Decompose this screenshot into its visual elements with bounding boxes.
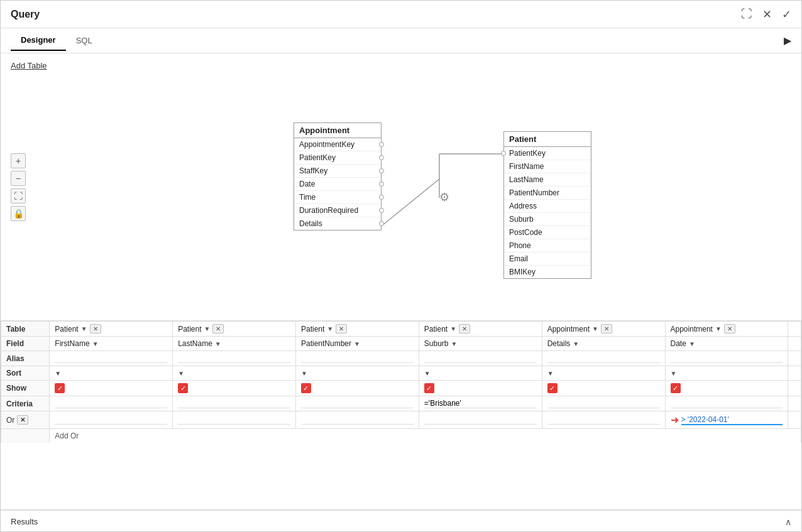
window-title: Query — [11, 9, 40, 20]
table-dropdown-5[interactable]: ▼ — [592, 325, 598, 332]
add-table-link[interactable]: Add Table — [11, 61, 47, 70]
sort-label: Sort — [1, 366, 50, 381]
title-bar: Query ⛶ ✕ ✓ — [1, 1, 801, 28]
sort-dropdown-5[interactable]: ▼ — [547, 370, 554, 377]
table-dropdown-3[interactable]: ▼ — [327, 325, 333, 332]
add-or-row: Add Or — [1, 429, 801, 443]
or-input-1[interactable] — [55, 415, 167, 425]
table-dropdown-4[interactable]: ▼ — [450, 325, 456, 332]
table-row: Table Patient ▼ ✕ Patient ▼ ✕ — [1, 322, 801, 337]
table-cell-1: Patient ▼ ✕ — [50, 322, 173, 337]
table-remove-4[interactable]: ✕ — [459, 324, 470, 334]
field-dropdown-4[interactable]: ▼ — [451, 340, 458, 347]
alias-input-5[interactable] — [547, 354, 660, 363]
or-label: Or — [6, 416, 14, 425]
table-dropdown-6[interactable]: ▼ — [715, 325, 722, 332]
connection-lines — [1, 53, 801, 320]
field-dot — [379, 142, 384, 147]
field-dropdown-1[interactable]: ▼ — [92, 340, 99, 347]
or-input-6[interactable] — [681, 415, 783, 425]
sort-dropdown-1[interactable]: ▼ — [55, 370, 61, 377]
field-patientkey-p: PatientKey — [504, 147, 591, 160]
field-dropdown-2[interactable]: ▼ — [215, 340, 221, 347]
alias-input-6[interactable] — [671, 354, 783, 363]
show-checkbox-3[interactable]: ✓ — [301, 383, 311, 393]
table-remove-2[interactable]: ✕ — [212, 324, 224, 334]
field-dropdown-5[interactable]: ▼ — [573, 340, 579, 347]
field-dropdown-6[interactable]: ▼ — [689, 340, 695, 347]
alias-input-3[interactable] — [301, 354, 414, 363]
join-gear-icon[interactable]: ⚙ — [439, 190, 449, 204]
alias-input-4[interactable] — [424, 354, 537, 363]
criteria-input-6[interactable] — [671, 399, 783, 408]
table-remove-5[interactable]: ✕ — [601, 324, 612, 334]
or-remove-button[interactable]: ✕ — [17, 415, 28, 425]
appointment-table: Appointment AppointmentKey PatientKey St… — [294, 122, 382, 231]
field-address: Address — [504, 200, 591, 213]
zoom-out-button[interactable]: − — [11, 171, 26, 186]
sort-dropdown-3[interactable]: ▼ — [301, 370, 307, 377]
show-row: Show ✓ ✓ ✓ ✓ ✓ ✓ — [1, 381, 801, 396]
field-dot — [379, 195, 384, 200]
zoom-fit-button[interactable]: ⛶ — [11, 188, 26, 204]
sort-dropdown-6[interactable]: ▼ — [671, 370, 677, 377]
field-dot — [379, 208, 384, 213]
zoom-lock-button[interactable]: 🔒 — [11, 206, 26, 221]
table-remove-3[interactable]: ✕ — [336, 324, 347, 334]
results-bar[interactable]: Results ∧ — [1, 510, 801, 532]
alias-input-2[interactable] — [178, 354, 290, 363]
canvas-area: Add Table + − ⛶ 🔒 ⚙ Appointment Appointm… — [1, 53, 801, 322]
field-dot — [379, 221, 384, 226]
field-value-4: Suburb — [424, 339, 449, 348]
content-area: Add Table + − ⛶ 🔒 ⚙ Appointment Appointm… — [1, 53, 801, 532]
table-value-4: Patient — [424, 325, 448, 334]
field-value-2: LastName — [178, 339, 212, 348]
sort-dropdown-4[interactable]: ▼ — [424, 370, 431, 377]
show-label: Show — [1, 381, 50, 396]
or-input-2[interactable] — [178, 415, 290, 425]
criteria-input-5[interactable] — [547, 399, 660, 408]
show-checkbox-4[interactable]: ✓ — [424, 383, 434, 393]
show-checkbox-6[interactable]: ✓ — [671, 383, 681, 393]
expand-icon[interactable]: ⛶ — [741, 8, 752, 21]
run-button[interactable]: ▶ — [784, 35, 791, 46]
show-checkbox-2[interactable]: ✓ — [178, 383, 188, 393]
table-remove-1[interactable]: ✕ — [90, 324, 101, 334]
or-input-5[interactable] — [547, 415, 660, 425]
zoom-in-button[interactable]: + — [11, 153, 26, 168]
alias-input-1[interactable] — [55, 354, 167, 363]
or-input-3[interactable] — [301, 415, 414, 425]
field-dropdown-3[interactable]: ▼ — [354, 340, 360, 347]
svg-line-0 — [376, 179, 439, 231]
close-icon[interactable]: ✕ — [762, 8, 772, 21]
table-dropdown-1[interactable]: ▼ — [81, 325, 87, 332]
criteria-input-1[interactable] — [55, 399, 167, 408]
field-durationrequired: DurationRequired — [294, 204, 381, 217]
field-email: Email — [504, 252, 591, 266]
table-remove-6[interactable]: ✕ — [724, 324, 735, 334]
criteria-input-3[interactable] — [301, 399, 414, 408]
confirm-icon[interactable]: ✓ — [782, 8, 791, 21]
field-row: Field FirstName ▼ LastName ▼ PatientNumb — [1, 337, 801, 351]
field-suburb: Suburb — [504, 213, 591, 226]
tab-sql[interactable]: SQL — [66, 31, 102, 50]
criteria-input-4[interactable] — [424, 399, 537, 408]
zoom-controls: + − ⛶ 🔒 — [11, 153, 26, 221]
show-checkbox-1[interactable]: ✓ — [55, 383, 65, 393]
field-value-5: Details — [547, 339, 571, 348]
add-or-button[interactable]: Add Or — [55, 432, 79, 440]
field-firstname: FirstName — [504, 160, 591, 173]
or-input-4[interactable] — [424, 415, 537, 425]
criteria-input-2[interactable] — [178, 399, 290, 408]
sort-dropdown-2[interactable]: ▼ — [178, 370, 184, 377]
table-dropdown-2[interactable]: ▼ — [204, 325, 211, 332]
title-bar-actions: ⛶ ✕ ✓ — [741, 8, 791, 21]
field-lastname: LastName — [504, 173, 591, 187]
field-dot-left — [501, 151, 506, 156]
field-label: Field — [1, 337, 50, 351]
table-cell-6: Appointment ▼ ✕ — [665, 322, 788, 337]
tab-designer[interactable]: Designer — [11, 30, 66, 51]
table-label: Table — [1, 322, 50, 337]
arrow-indicator: ➜ — [671, 414, 679, 426]
show-checkbox-5[interactable]: ✓ — [547, 383, 558, 393]
